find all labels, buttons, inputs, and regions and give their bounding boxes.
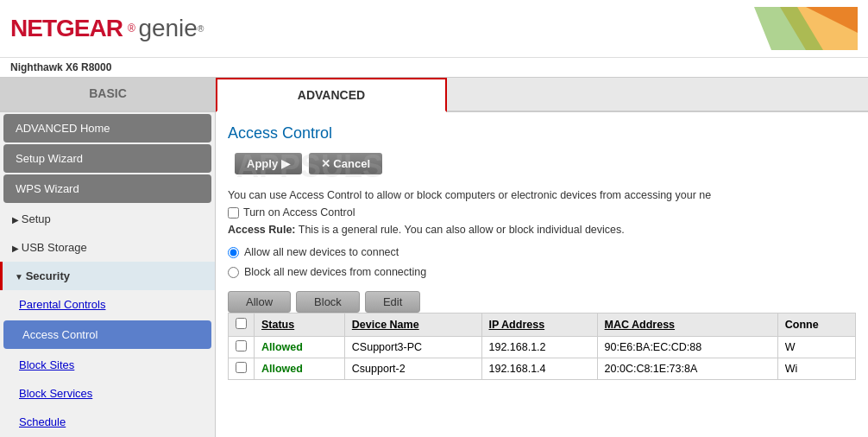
page-title: Access Control: [228, 124, 856, 142]
edit-button[interactable]: Edit: [365, 291, 420, 313]
apply-button[interactable]: Apply ▶: [235, 153, 302, 174]
row1-ip: 192.168.1.2: [481, 337, 597, 358]
radio-block-label[interactable]: Block all new devices from connecting: [228, 263, 856, 281]
table-row: Allowed Csupport-2 192.168.1.4 20:0C:C8:…: [229, 358, 856, 380]
radio-allow-label[interactable]: Allow all new devices to connect: [228, 244, 856, 261]
row1-device-name: CSupport3-PC: [344, 337, 481, 358]
tab-advanced[interactable]: ADVANCED: [216, 78, 447, 112]
radio-block-text: Block all new devices from connecting: [244, 263, 426, 281]
sidebar-item-block-sites[interactable]: Block Sites: [0, 351, 215, 379]
sidebar-item-schedule[interactable]: Schedule: [0, 408, 215, 436]
col-checkbox: [229, 314, 255, 337]
info-text: You can use Access Control to allow or b…: [228, 187, 856, 204]
row1-checkbox[interactable]: [236, 340, 247, 352]
row2-status: Allowed: [255, 358, 345, 380]
access-rule-label: Access Rule:: [228, 224, 296, 236]
access-rule-line: Access Rule: This is a general rule. You…: [228, 221, 856, 238]
router-name: Nighthawk X6 R8000: [0, 58, 868, 78]
radio-group: Allow all new devices to connect Block a…: [228, 244, 856, 281]
block-button[interactable]: Block: [296, 291, 360, 313]
sidebar-item-access-control[interactable]: Access Control: [3, 320, 211, 349]
col-device-name[interactable]: Device Name: [344, 314, 481, 337]
turn-on-label-text: Turn on Access Control: [243, 204, 355, 221]
logo-tm: ®: [198, 24, 204, 34]
header: NETGEAR® genie®: [0, 0, 868, 58]
sidebar-item-security[interactable]: Security: [0, 262, 215, 290]
row2-ip: 192.168.1.4: [481, 358, 597, 380]
info-box: You can use Access Control to allow or b…: [228, 187, 856, 281]
radio-allow[interactable]: [228, 247, 239, 258]
logo-netgear: NETGEAR: [10, 15, 123, 42]
access-rule-desc: This is a general rule. You can also all…: [299, 224, 625, 236]
sidebar-item-usb-storage[interactable]: USB Storage: [0, 233, 215, 262]
tab-basic[interactable]: BASIC: [0, 78, 216, 111]
row2-conn: Wi: [777, 358, 855, 380]
sidebar-item-setup[interactable]: Setup: [0, 205, 215, 233]
sidebar-item-parental-controls[interactable]: Parental Controls: [0, 290, 215, 319]
turn-on-access-control-checkbox[interactable]: [228, 207, 239, 218]
sidebar-item-advanced-home[interactable]: ADVANCED Home: [3, 114, 211, 142]
radio-allow-text: Allow all new devices to connect: [244, 244, 399, 261]
main-layout: ADVANCED Home Setup Wizard WPS Wizard Se…: [0, 112, 868, 437]
logo-reg: ®: [128, 22, 135, 35]
device-table: Status Device Name IP Address MAC Addres…: [228, 313, 856, 380]
action-bar: APPSULS Apply ▶ Cancel: [228, 153, 856, 174]
select-all-checkbox[interactable]: [236, 318, 247, 329]
radio-block[interactable]: [228, 267, 239, 278]
sidebar-item-setup-wizard[interactable]: Setup Wizard: [3, 144, 211, 173]
logo-genie: genie: [138, 15, 198, 42]
row1-mac: 90:E6:BA:EC:CD:88: [597, 337, 777, 358]
sidebar-item-wps-wizard[interactable]: WPS Wizard: [3, 174, 211, 203]
header-decoration: [754, 7, 858, 50]
col-conn: Conne: [777, 314, 855, 337]
cancel-button[interactable]: Cancel: [309, 153, 382, 174]
col-ip[interactable]: IP Address: [481, 314, 597, 337]
tab-bar: BASIC ADVANCED: [0, 78, 868, 112]
sidebar: ADVANCED Home Setup Wizard WPS Wizard Se…: [0, 112, 216, 437]
content-area: Access Control APPSULS Apply ▶ Cancel Yo…: [216, 112, 868, 437]
row1-checkbox-cell: [229, 337, 255, 358]
sidebar-item-block-services[interactable]: Block Services: [0, 379, 215, 408]
col-status[interactable]: Status: [255, 314, 345, 337]
row2-device-name: Csupport-2: [344, 358, 481, 380]
turn-on-access-control-label[interactable]: Turn on Access Control: [228, 204, 856, 221]
row2-checkbox-cell: [229, 358, 255, 380]
table-row: Allowed CSupport3-PC 192.168.1.2 90:E6:B…: [229, 337, 856, 358]
row2-checkbox[interactable]: [236, 362, 247, 373]
row2-mac: 20:0C:C8:1E:73:8A: [597, 358, 777, 380]
device-table-toolbar: Allow Block Edit: [228, 291, 856, 313]
allow-button[interactable]: Allow: [228, 291, 291, 313]
row1-conn: W: [777, 337, 855, 358]
row1-status: Allowed: [255, 337, 345, 358]
col-mac[interactable]: MAC Address: [597, 314, 777, 337]
